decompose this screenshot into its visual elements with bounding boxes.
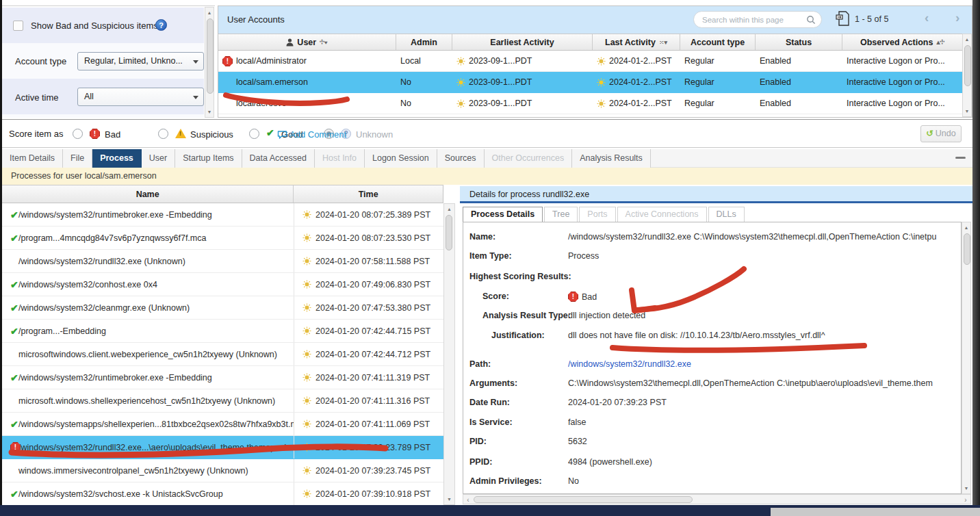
comment-bubble-icon [277, 130, 287, 140]
process-scrollbar[interactable]: ▲ ▼ [443, 203, 455, 505]
search-box[interactable] [693, 11, 822, 28]
scrollbar-thumb[interactable] [207, 18, 214, 94]
window-right-border [972, 0, 980, 506]
process-row[interactable]: ✔/windows/system32/cleanmgr.exe (Unknown… [2, 296, 443, 320]
accounts-scrollbar[interactable]: ▲ ▼ [962, 34, 972, 117]
radio-suspicious[interactable] [158, 129, 168, 139]
undo-button: ↺Undo [920, 125, 962, 142]
scroll-right-icon[interactable]: › [961, 495, 970, 505]
scroll-up-icon[interactable]: ▲ [444, 204, 454, 214]
scroll-up-icon[interactable]: ▲ [205, 8, 214, 18]
filter-panel: Show Bad and Suspicious items ? Account … [2, 5, 215, 118]
column-header-admin[interactable]: Admin [396, 34, 452, 50]
scrollbar-thumb[interactable] [964, 45, 971, 86]
process-row[interactable]: microsoft.windows.shellexperiencehost_cw… [2, 389, 443, 413]
scrollbar-thumb[interactable] [474, 496, 693, 503]
scroll-up-icon[interactable]: ▲ [963, 34, 971, 44]
next-page-icon[interactable]: › [955, 10, 959, 25]
details-tab-process-details[interactable]: Process Details [463, 207, 543, 222]
scrollbar-thumb[interactable] [446, 215, 452, 250]
details-horizontal-scrollbar[interactable]: ‹ › [463, 494, 971, 504]
process-row[interactable]: ✔/windows/system32/runtimebroker.exe -Em… [2, 203, 443, 227]
scroll-left-icon[interactable]: ‹ [463, 495, 473, 505]
context-banner: Processes for user local/sam.emerson [2, 168, 972, 185]
process-column-headers: Name Time [2, 185, 443, 203]
filter-scrollbar[interactable]: ▲ ▼ [205, 7, 214, 118]
sun-icon [456, 78, 465, 87]
tab-host-info: Host Info [315, 149, 365, 168]
green-check-icon: ✔ [10, 302, 18, 313]
tab-startup-items[interactable]: Startup Items [175, 149, 242, 168]
column-header-time[interactable]: Time [294, 185, 443, 203]
process-row[interactable]: ✔/program...4mncqdg84v7sv6p7yznqwssy6f7f… [2, 227, 443, 250]
sun-icon [302, 326, 311, 335]
process-row[interactable]: ✔/windows/system32/runtimebroker.exe -Em… [2, 366, 443, 389]
account-type-value: Regular, Limited, Unkno... [84, 56, 183, 66]
scroll-down-icon[interactable]: ▼ [962, 483, 970, 493]
search-input[interactable] [702, 14, 803, 26]
active-time-label: Active time [15, 92, 59, 103]
tab-analysis-results[interactable]: Analysis Results [572, 149, 651, 168]
scroll-down-icon[interactable]: ▼ [963, 106, 971, 116]
filter-row-show-bad: Show Bad and Suspicious items ? [2, 8, 204, 43]
radio-good[interactable] [249, 129, 259, 139]
column-header-name[interactable]: Name [2, 185, 294, 203]
sun-icon [302, 303, 311, 312]
collapse-panel-button[interactable] [955, 157, 966, 159]
bad-label: Bad [105, 129, 120, 140]
account-row[interactable]: local/sam.emersonNo 2023-09-1...PDT 2024… [218, 72, 962, 93]
tab-item-details[interactable]: Item Details [2, 149, 63, 168]
process-row[interactable]: windows.immersivecontrolpanel_cw5n1h2txy… [2, 459, 443, 482]
sort-desc-icon: ⸭▾ [320, 38, 327, 47]
column-header-user[interactable]: User ⸭▾ [218, 34, 396, 50]
help-icon[interactable]: ? [155, 19, 167, 31]
tab-logon-session[interactable]: Logon Session [365, 149, 437, 168]
sun-icon [302, 257, 311, 266]
process-row[interactable]: !/windows/system32/rundll32.exe...\aero\… [2, 436, 443, 459]
account-type-dropdown[interactable]: Regular, Limited, Unkno... [77, 52, 204, 70]
detail-field: Highest Scoring Results: [463, 272, 962, 285]
show-bad-label: Show Bad and Suspicious items [31, 21, 158, 31]
sun-icon [597, 99, 606, 108]
tab-user[interactable]: User [142, 149, 175, 168]
radio-bad[interactable] [73, 129, 83, 139]
tab-sources[interactable]: Sources [437, 149, 485, 168]
active-time-dropdown[interactable]: All [77, 88, 204, 106]
details-tab-dlls[interactable]: DLLs [708, 207, 745, 222]
add-comment-link[interactable]: Add Comment [289, 129, 346, 140]
path-link[interactable]: /windows/system32/rundll32.exe [568, 359, 962, 369]
previous-page-icon[interactable]: ‹ [925, 10, 929, 25]
tab-data-accessed[interactable]: Data Accessed [242, 149, 315, 168]
column-header-last-activity[interactable]: Last Activity ⁙▾ [593, 34, 680, 50]
process-row[interactable]: /windows/system32/rundll32.exe (Unknown)… [2, 250, 443, 273]
account-row[interactable]: !local/AdministratorLocal 2023-09-1...PD… [218, 51, 962, 72]
column-header-earliest-activity[interactable]: Earliest Activity [452, 34, 593, 50]
tab-process[interactable]: Process [92, 149, 142, 168]
scroll-up-icon[interactable]: ▲ [962, 222, 970, 233]
column-header-account-type[interactable]: Account type [680, 34, 756, 50]
process-row[interactable]: ✔/program...-Embedding 2024-01-20 07:42:… [2, 320, 443, 343]
detail-value: Process [568, 251, 962, 261]
process-row[interactable]: ✔/windows/system32/conhost.exe 0x4 2024-… [2, 273, 443, 296]
green-check-icon: ✔ [10, 209, 18, 220]
process-row[interactable]: ✔/windows/system32/svchost.exe -k Unista… [2, 482, 443, 505]
process-row[interactable]: microsoftwindows.client.webexperience_cw… [2, 343, 443, 366]
scrollbar-thumb[interactable] [964, 233, 970, 265]
detail-field: Date Run:2024-01-20 07:39:23 PST [463, 398, 962, 411]
details-vertical-scrollbar[interactable]: ▲ ▼ [962, 222, 971, 494]
process-table-panel: Name Time ✔/windows/system32/runtimebrok… [2, 185, 443, 505]
column-header-status[interactable]: Status [756, 34, 842, 50]
page-export-icon[interactable] [836, 10, 851, 28]
sun-icon [302, 350, 311, 359]
process-row[interactable]: ✔/windows/systemapps/shellexperien...81t… [2, 413, 443, 436]
scroll-down-icon[interactable]: ▼ [444, 494, 454, 504]
column-header-observed-actions[interactable]: Observed Actions ▴⸭ [842, 34, 962, 50]
detail-field: Item Type:Process [463, 251, 962, 265]
account-row[interactable]: local/aerosvcNo 2023-09-1...PDT 2024-01-… [218, 93, 962, 114]
scroll-down-icon[interactable]: ▼ [205, 107, 214, 117]
show-bad-checkbox[interactable] [13, 21, 23, 31]
sun-icon [302, 280, 311, 289]
details-tab-tree[interactable]: Tree [544, 207, 578, 222]
sun-icon [302, 233, 311, 242]
tab-file[interactable]: File [63, 149, 92, 168]
